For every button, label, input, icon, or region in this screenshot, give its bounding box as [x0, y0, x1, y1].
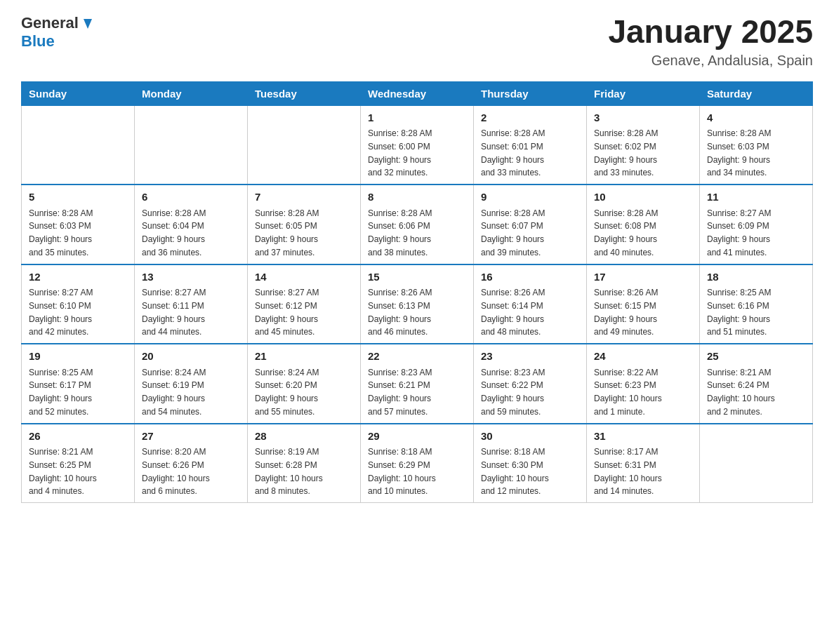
- calendar-cell: 28Sunrise: 8:19 AM Sunset: 6:28 PM Dayli…: [248, 424, 361, 503]
- day-info: Sunrise: 8:20 AM Sunset: 6:26 PM Dayligh…: [142, 447, 210, 496]
- day-info: Sunrise: 8:27 AM Sunset: 6:10 PM Dayligh…: [29, 288, 93, 337]
- calendar-cell: [135, 105, 248, 185]
- day-info: Sunrise: 8:28 AM Sunset: 6:00 PM Dayligh…: [368, 128, 432, 177]
- day-number: 11: [707, 189, 805, 206]
- calendar-cell: 5Sunrise: 8:28 AM Sunset: 6:03 PM Daylig…: [22, 185, 135, 264]
- logo: General Blue: [21, 14, 95, 51]
- day-number: 9: [481, 189, 579, 206]
- calendar-cell: 20Sunrise: 8:24 AM Sunset: 6:19 PM Dayli…: [135, 344, 248, 424]
- calendar-week-row: 1Sunrise: 8:28 AM Sunset: 6:00 PM Daylig…: [22, 105, 813, 185]
- day-number: 25: [707, 349, 805, 365]
- day-number: 23: [481, 349, 579, 365]
- day-number: 6: [142, 189, 240, 206]
- day-of-week-header: Monday: [135, 81, 248, 105]
- day-number: 2: [481, 110, 579, 126]
- day-info: Sunrise: 8:25 AM Sunset: 6:17 PM Dayligh…: [29, 368, 93, 417]
- calendar-cell: 16Sunrise: 8:26 AM Sunset: 6:14 PM Dayli…: [474, 264, 587, 344]
- day-number: 19: [29, 349, 127, 365]
- day-info: Sunrise: 8:17 AM Sunset: 6:31 PM Dayligh…: [594, 447, 662, 496]
- calendar-cell: 31Sunrise: 8:17 AM Sunset: 6:31 PM Dayli…: [587, 424, 700, 503]
- day-info: Sunrise: 8:28 AM Sunset: 6:06 PM Dayligh…: [368, 208, 432, 257]
- day-info: Sunrise: 8:23 AM Sunset: 6:22 PM Dayligh…: [481, 368, 545, 417]
- day-number: 14: [255, 269, 353, 286]
- calendar-cell: 6Sunrise: 8:28 AM Sunset: 6:04 PM Daylig…: [135, 185, 248, 264]
- day-info: Sunrise: 8:24 AM Sunset: 6:20 PM Dayligh…: [255, 368, 319, 417]
- calendar-cell: [700, 424, 813, 503]
- logo-triangle-icon: [80, 16, 95, 32]
- day-number: 5: [29, 189, 127, 206]
- day-info: Sunrise: 8:28 AM Sunset: 6:05 PM Dayligh…: [255, 208, 319, 257]
- day-number: 10: [594, 189, 692, 206]
- calendar-cell: 24Sunrise: 8:22 AM Sunset: 6:23 PM Dayli…: [587, 344, 700, 424]
- day-of-week-header: Friday: [587, 81, 700, 105]
- calendar-cell: 17Sunrise: 8:26 AM Sunset: 6:15 PM Dayli…: [587, 264, 700, 344]
- calendar-title: January 2025: [608, 14, 813, 50]
- day-info: Sunrise: 8:27 AM Sunset: 6:11 PM Dayligh…: [142, 288, 206, 337]
- day-of-week-header: Sunday: [22, 81, 135, 105]
- day-info: Sunrise: 8:18 AM Sunset: 6:29 PM Dayligh…: [368, 447, 436, 496]
- day-number: 17: [594, 269, 692, 286]
- day-info: Sunrise: 8:28 AM Sunset: 6:01 PM Dayligh…: [481, 128, 545, 177]
- svg-marker-0: [84, 19, 92, 29]
- day-info: Sunrise: 8:26 AM Sunset: 6:15 PM Dayligh…: [594, 288, 658, 337]
- day-number: 7: [255, 189, 353, 206]
- page-header: General Blue January 2025 Genave, Andalu…: [21, 14, 813, 69]
- day-number: 31: [594, 429, 692, 445]
- calendar-cell: [22, 105, 135, 185]
- day-number: 24: [594, 349, 692, 365]
- calendar-cell: 27Sunrise: 8:20 AM Sunset: 6:26 PM Dayli…: [135, 424, 248, 503]
- day-number: 20: [142, 349, 240, 365]
- day-info: Sunrise: 8:21 AM Sunset: 6:25 PM Dayligh…: [29, 447, 97, 496]
- calendar-cell: 26Sunrise: 8:21 AM Sunset: 6:25 PM Dayli…: [22, 424, 135, 503]
- day-info: Sunrise: 8:19 AM Sunset: 6:28 PM Dayligh…: [255, 447, 323, 496]
- day-number: 16: [481, 269, 579, 286]
- day-number: 26: [29, 429, 127, 445]
- day-of-week-header: Tuesday: [248, 81, 361, 105]
- day-info: Sunrise: 8:28 AM Sunset: 6:07 PM Dayligh…: [481, 208, 545, 257]
- logo-general-text: General: [21, 14, 79, 32]
- calendar-cell: 29Sunrise: 8:18 AM Sunset: 6:29 PM Dayli…: [361, 424, 474, 503]
- calendar-cell: 25Sunrise: 8:21 AM Sunset: 6:24 PM Dayli…: [700, 344, 813, 424]
- day-number: 13: [142, 269, 240, 286]
- day-number: 29: [368, 429, 466, 445]
- calendar-cell: 10Sunrise: 8:28 AM Sunset: 6:08 PM Dayli…: [587, 185, 700, 264]
- day-number: 4: [707, 110, 805, 126]
- day-info: Sunrise: 8:24 AM Sunset: 6:19 PM Dayligh…: [142, 368, 206, 417]
- day-number: 21: [255, 349, 353, 365]
- calendar-cell: 1Sunrise: 8:28 AM Sunset: 6:00 PM Daylig…: [361, 105, 474, 185]
- day-number: 27: [142, 429, 240, 445]
- calendar-table: SundayMondayTuesdayWednesdayThursdayFrid…: [21, 81, 813, 504]
- calendar-cell: 3Sunrise: 8:28 AM Sunset: 6:02 PM Daylig…: [587, 105, 700, 185]
- calendar-cell: [248, 105, 361, 185]
- calendar-cell: 12Sunrise: 8:27 AM Sunset: 6:10 PM Dayli…: [22, 264, 135, 344]
- calendar-cell: 22Sunrise: 8:23 AM Sunset: 6:21 PM Dayli…: [361, 344, 474, 424]
- day-info: Sunrise: 8:28 AM Sunset: 6:03 PM Dayligh…: [707, 128, 771, 177]
- day-info: Sunrise: 8:21 AM Sunset: 6:24 PM Dayligh…: [707, 368, 775, 417]
- calendar-week-row: 26Sunrise: 8:21 AM Sunset: 6:25 PM Dayli…: [22, 424, 813, 503]
- day-info: Sunrise: 8:22 AM Sunset: 6:23 PM Dayligh…: [594, 368, 662, 417]
- day-number: 18: [707, 269, 805, 286]
- calendar-cell: 8Sunrise: 8:28 AM Sunset: 6:06 PM Daylig…: [361, 185, 474, 264]
- calendar-cell: 30Sunrise: 8:18 AM Sunset: 6:30 PM Dayli…: [474, 424, 587, 503]
- day-info: Sunrise: 8:26 AM Sunset: 6:13 PM Dayligh…: [368, 288, 432, 337]
- calendar-header-row: SundayMondayTuesdayWednesdayThursdayFrid…: [22, 81, 813, 105]
- day-number: 30: [481, 429, 579, 445]
- calendar-cell: 9Sunrise: 8:28 AM Sunset: 6:07 PM Daylig…: [474, 185, 587, 264]
- day-info: Sunrise: 8:28 AM Sunset: 6:03 PM Dayligh…: [29, 208, 93, 257]
- day-info: Sunrise: 8:23 AM Sunset: 6:21 PM Dayligh…: [368, 368, 432, 417]
- calendar-cell: 11Sunrise: 8:27 AM Sunset: 6:09 PM Dayli…: [700, 185, 813, 264]
- title-section: January 2025 Genave, Andalusia, Spain: [608, 14, 813, 69]
- calendar-cell: 18Sunrise: 8:25 AM Sunset: 6:16 PM Dayli…: [700, 264, 813, 344]
- calendar-cell: 21Sunrise: 8:24 AM Sunset: 6:20 PM Dayli…: [248, 344, 361, 424]
- calendar-cell: 23Sunrise: 8:23 AM Sunset: 6:22 PM Dayli…: [474, 344, 587, 424]
- day-info: Sunrise: 8:27 AM Sunset: 6:12 PM Dayligh…: [255, 288, 319, 337]
- calendar-cell: 13Sunrise: 8:27 AM Sunset: 6:11 PM Dayli…: [135, 264, 248, 344]
- day-number: 8: [368, 189, 466, 206]
- day-of-week-header: Saturday: [700, 81, 813, 105]
- day-number: 28: [255, 429, 353, 445]
- day-of-week-header: Wednesday: [361, 81, 474, 105]
- day-number: 1: [368, 110, 466, 126]
- calendar-cell: 15Sunrise: 8:26 AM Sunset: 6:13 PM Dayli…: [361, 264, 474, 344]
- day-number: 22: [368, 349, 466, 365]
- calendar-cell: 14Sunrise: 8:27 AM Sunset: 6:12 PM Dayli…: [248, 264, 361, 344]
